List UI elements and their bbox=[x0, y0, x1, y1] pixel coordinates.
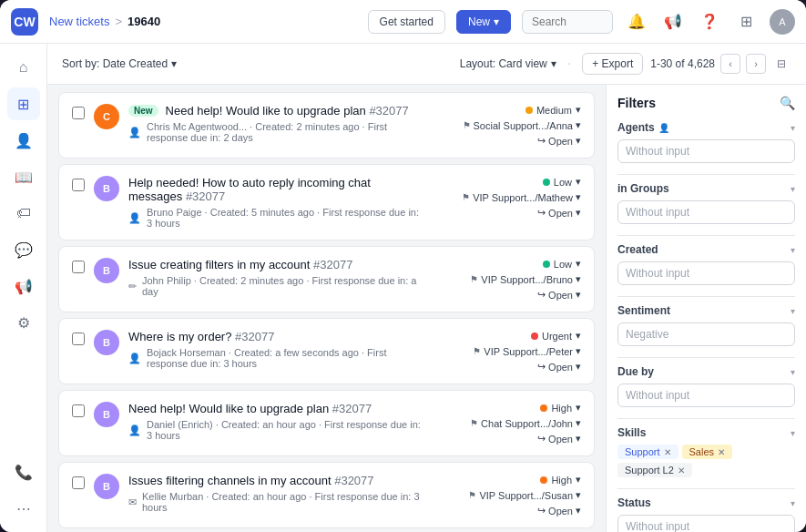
meta-text: Daniel (Enrich) · Created: an hour ago ·… bbox=[147, 419, 426, 441]
filter-tag: Support L2 ✕ bbox=[617, 463, 692, 477]
ticket-meta: ✉ Kellie Murban · Created: an hour ago ·… bbox=[128, 491, 426, 513]
next-page-button[interactable]: › bbox=[746, 54, 766, 74]
layout-button[interactable]: Layout: Card view ▾ bbox=[460, 57, 556, 70]
assign-badge[interactable]: ⚑ VIP Support.../Bruno ▾ bbox=[470, 273, 581, 285]
filter-group-header[interactable]: Created ▾ bbox=[617, 243, 795, 256]
meta-icon: 👤 bbox=[128, 425, 141, 436]
ticket-avatar: B bbox=[94, 402, 119, 427]
tag-remove-button[interactable]: ✕ bbox=[718, 447, 725, 457]
meta-icon: ✉ bbox=[128, 496, 137, 508]
meta-text: Bruno Paige · Created: 5 minutes ago · F… bbox=[147, 207, 426, 229]
sidebar-item-contacts[interactable]: 👤 bbox=[7, 124, 40, 157]
priority-badge[interactable]: Low ▾ bbox=[543, 176, 581, 188]
ticket-checkbox[interactable] bbox=[72, 107, 85, 119]
filter-select[interactable]: Without input bbox=[617, 261, 795, 285]
ticket-checkbox[interactable] bbox=[72, 404, 85, 417]
sidebar-item-grid[interactable]: ⊞ bbox=[7, 87, 40, 120]
status-badge[interactable]: ↪ Open ▾ bbox=[537, 505, 581, 517]
priority-badge[interactable]: High ▾ bbox=[540, 402, 581, 414]
assign-badge[interactable]: ⚑ Social Support.../Anna ▾ bbox=[463, 119, 581, 131]
priority-badge[interactable]: Medium ▾ bbox=[525, 104, 581, 116]
filter-select[interactable]: Without input bbox=[617, 139, 795, 163]
priority-badge[interactable]: Low ▾ bbox=[543, 258, 581, 270]
filter-select[interactable]: Without input bbox=[617, 200, 795, 224]
assign-badge[interactable]: ⚑ VIP Support.../Susan ▾ bbox=[468, 489, 581, 501]
sidebar-item-chat[interactable]: 💬 bbox=[7, 233, 40, 266]
ticket-checkbox[interactable] bbox=[72, 476, 85, 489]
ticket-checkbox[interactable] bbox=[72, 179, 85, 191]
ticket-checkbox[interactable] bbox=[72, 261, 85, 273]
status-badge[interactable]: ↪ Open ▾ bbox=[537, 361, 581, 373]
meta-icon: 👤 bbox=[128, 127, 141, 138]
status-badge[interactable]: ↪ Open ▾ bbox=[537, 289, 581, 301]
search-input[interactable] bbox=[522, 10, 613, 34]
ticket-row[interactable]: B Where is my order? #32077 👤 Bojack Hor… bbox=[58, 318, 595, 384]
notifications-icon[interactable]: 🔔 bbox=[624, 9, 649, 35]
new-button[interactable]: New ▾ bbox=[456, 10, 511, 34]
ticket-row[interactable]: B Need help! Would like to upgrade plan … bbox=[58, 390, 595, 456]
filter-search-icon[interactable]: 🔍 bbox=[780, 96, 795, 110]
filter-select[interactable]: Without input bbox=[617, 384, 795, 407]
meta-text: Kellie Murban · Created: an hour ago · F… bbox=[142, 491, 426, 513]
filter-group: Due by ▾ Without input bbox=[617, 365, 795, 407]
ticket-avatar: B bbox=[94, 474, 119, 499]
sort-button[interactable]: Sort by: Date Created ▾ bbox=[62, 57, 177, 70]
assign-badge[interactable]: ⚑ Chat Support.../John ▾ bbox=[470, 417, 581, 429]
filter-group-label: Agents👤 bbox=[617, 121, 669, 134]
prev-page-button[interactable]: ‹ bbox=[720, 54, 740, 74]
status-badge[interactable]: ↪ Open ▾ bbox=[537, 433, 581, 445]
tag-remove-button[interactable]: ✕ bbox=[664, 447, 671, 457]
ticket-row[interactable]: C New Need help! Would like to upgrade p… bbox=[58, 92, 595, 159]
filter-group-header[interactable]: Due by ▾ bbox=[617, 365, 795, 378]
ticket-body: New Need help! Would like to upgrade pla… bbox=[128, 104, 426, 143]
sidebar-item-megaphone[interactable]: 📢 bbox=[7, 270, 40, 302]
meta-text: Chris Mc Agentwood... · Created: 2 minut… bbox=[147, 121, 426, 143]
ticket-row[interactable]: B Help needed! How to auto reply incomin… bbox=[58, 164, 595, 240]
status-arrow-icon: ↪ bbox=[537, 207, 546, 219]
filter-group-header[interactable]: in Groups ▾ bbox=[617, 182, 795, 195]
priority-dot bbox=[543, 261, 550, 268]
pagination: 1-30 of 4,628 ‹ › ⊟ bbox=[650, 54, 791, 74]
assign-badge[interactable]: ⚑ VIP Support.../Peter ▾ bbox=[473, 345, 581, 357]
priority-badge[interactable]: Urgent ▾ bbox=[531, 330, 581, 342]
sidebar-item-settings[interactable]: ⚙ bbox=[7, 306, 40, 339]
megaphone-icon[interactable]: 📢 bbox=[660, 9, 686, 35]
ticket-checkbox[interactable] bbox=[72, 332, 85, 345]
sidebar-item-book[interactable]: 📖 bbox=[7, 160, 40, 193]
sidebar-item-phone[interactable]: 📞 bbox=[7, 455, 40, 488]
filter-group-arrow: ▾ bbox=[791, 367, 795, 377]
ticket-right: Low ▾ ⚑ VIP Support.../Bruno ▾ ↪ Open ▾ bbox=[435, 258, 581, 301]
grid-icon[interactable]: ⊞ bbox=[733, 9, 759, 35]
status-badge[interactable]: ↪ Open ▾ bbox=[537, 207, 581, 219]
priority-badge[interactable]: High ▾ bbox=[540, 474, 581, 486]
filter-select[interactable]: Without input bbox=[617, 515, 795, 532]
status-badge[interactable]: ↪ Open ▾ bbox=[537, 135, 581, 147]
sidebar-item-tag[interactable]: 🏷 bbox=[7, 197, 40, 230]
filter-select[interactable]: Negative bbox=[617, 322, 795, 346]
filter-icon-button[interactable]: ⊟ bbox=[771, 54, 791, 74]
filter-group-arrow: ▾ bbox=[791, 498, 795, 508]
sidebar-item-dots[interactable]: ⋯ bbox=[7, 492, 40, 525]
filter-group-header[interactable]: Skills ▾ bbox=[617, 426, 795, 439]
filter-group: Skills ▾ Support ✕ Sales ✕ Support L2 ✕ bbox=[617, 426, 795, 477]
assign-badge[interactable]: ⚑ VIP Support.../Mathew ▾ bbox=[462, 191, 581, 203]
filter-group-header[interactable]: Sentiment ▾ bbox=[617, 304, 795, 317]
meta-icon: 👤 bbox=[128, 212, 141, 224]
export-button[interactable]: + Export bbox=[582, 53, 643, 75]
filter-group-label: Skills bbox=[617, 426, 646, 439]
help-icon[interactable]: ❓ bbox=[697, 9, 722, 35]
ticket-row[interactable]: B Issue creating filters in my account #… bbox=[58, 246, 595, 312]
avatar[interactable]: A bbox=[770, 9, 795, 35]
tag-remove-button[interactable]: ✕ bbox=[678, 466, 685, 476]
breadcrumb-link[interactable]: New tickets bbox=[49, 15, 109, 28]
assign-icon: ⚑ bbox=[462, 192, 470, 202]
sidebar-item-home[interactable]: ⌂ bbox=[7, 51, 40, 84]
priority-label: High bbox=[551, 403, 572, 414]
ticket-row[interactable]: B Issues filtering channels in my accoun… bbox=[58, 462, 595, 528]
filter-group-label: Sentiment bbox=[617, 304, 670, 317]
priority-label: Low bbox=[554, 177, 572, 188]
filter-group-header[interactable]: Agents👤 ▾ bbox=[617, 121, 795, 134]
filter-group-header[interactable]: Status ▾ bbox=[617, 496, 795, 509]
get-started-button[interactable]: Get started bbox=[368, 10, 445, 34]
ticket-meta: 👤 Chris Mc Agentwood... · Created: 2 min… bbox=[128, 121, 426, 143]
